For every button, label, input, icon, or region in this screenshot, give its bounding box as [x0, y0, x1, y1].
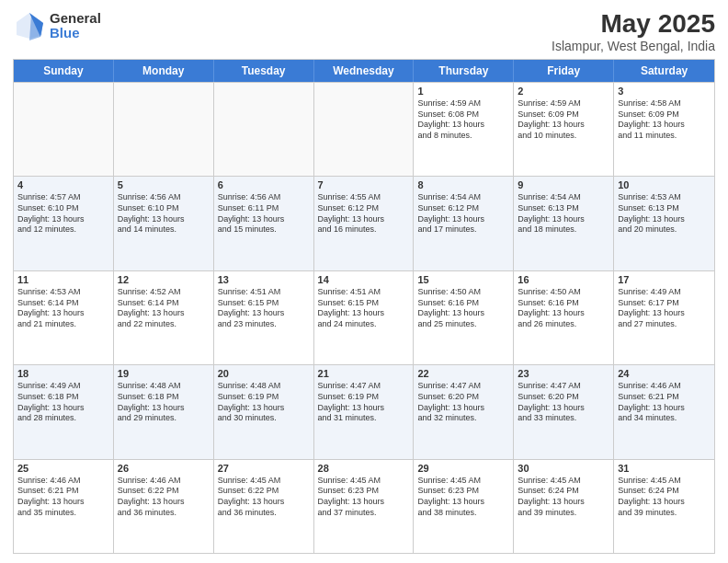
cal-cell-day-8: 8Sunrise: 4:54 AM Sunset: 6:12 PM Daylig… — [414, 177, 514, 270]
cal-cell-day-10: 10Sunrise: 4:53 AM Sunset: 6:13 PM Dayli… — [614, 177, 714, 270]
cal-cell-day-20: 20Sunrise: 4:48 AM Sunset: 6:19 PM Dayli… — [214, 365, 314, 458]
cal-cell-day-28: 28Sunrise: 4:45 AM Sunset: 6:23 PM Dayli… — [314, 460, 415, 553]
day-number: 7 — [318, 179, 410, 190]
day-info: Sunrise: 4:48 AM Sunset: 6:18 PM Dayligh… — [118, 381, 210, 424]
day-number: 1 — [417, 86, 509, 97]
day-info: Sunrise: 4:58 AM Sunset: 6:09 PM Dayligh… — [618, 98, 711, 142]
cal-cell-day-31: 31Sunrise: 4:45 AM Sunset: 6:24 PM Dayli… — [614, 460, 714, 553]
day-number: 19 — [118, 368, 210, 379]
day-number: 21 — [318, 368, 410, 379]
cal-cell-day-17: 17Sunrise: 4:49 AM Sunset: 6:17 PM Dayli… — [614, 271, 714, 364]
day-info: Sunrise: 4:49 AM Sunset: 6:17 PM Dayligh… — [618, 287, 711, 330]
day-number: 18 — [17, 368, 109, 379]
day-number: 30 — [518, 463, 609, 474]
day-info: Sunrise: 4:46 AM Sunset: 6:21 PM Dayligh… — [17, 476, 109, 519]
cal-week-0: 1Sunrise: 4:59 AM Sunset: 6:08 PM Daylig… — [14, 82, 714, 176]
cal-header-friday: Friday — [514, 60, 614, 82]
subtitle: Islampur, West Bengal, India — [552, 39, 715, 53]
logo-blue-text: Blue — [50, 26, 101, 41]
day-info: Sunrise: 4:51 AM Sunset: 6:15 PM Dayligh… — [218, 287, 310, 330]
day-number: 26 — [118, 463, 210, 474]
logo-general-text: General — [50, 11, 101, 27]
day-number: 23 — [518, 368, 609, 379]
day-number: 11 — [17, 274, 109, 285]
cal-cell-day-13: 13Sunrise: 4:51 AM Sunset: 6:15 PM Dayli… — [214, 271, 314, 364]
day-number: 25 — [17, 463, 109, 474]
cal-cell-day-24: 24Sunrise: 4:46 AM Sunset: 6:21 PM Dayli… — [614, 365, 714, 458]
cal-cell-day-18: 18Sunrise: 4:49 AM Sunset: 6:18 PM Dayli… — [14, 365, 114, 458]
cal-cell-day-5: 5Sunrise: 4:56 AM Sunset: 6:10 PM Daylig… — [114, 177, 214, 270]
day-info: Sunrise: 4:47 AM Sunset: 6:19 PM Dayligh… — [318, 381, 410, 424]
cal-cell-day-3: 3Sunrise: 4:58 AM Sunset: 6:09 PM Daylig… — [614, 83, 714, 176]
day-info: Sunrise: 4:47 AM Sunset: 6:20 PM Dayligh… — [518, 381, 609, 424]
day-number: 9 — [518, 179, 609, 190]
cal-week-1: 4Sunrise: 4:57 AM Sunset: 6:10 PM Daylig… — [14, 176, 714, 270]
day-info: Sunrise: 4:45 AM Sunset: 6:23 PM Dayligh… — [417, 476, 509, 519]
day-info: Sunrise: 4:45 AM Sunset: 6:24 PM Dayligh… — [518, 476, 609, 519]
day-number: 4 — [17, 179, 109, 190]
day-info: Sunrise: 4:46 AM Sunset: 6:22 PM Dayligh… — [118, 476, 210, 519]
day-info: Sunrise: 4:45 AM Sunset: 6:22 PM Dayligh… — [218, 476, 310, 519]
calendar: SundayMondayTuesdayWednesdayThursdayFrid… — [13, 59, 715, 554]
day-number: 28 — [318, 463, 410, 474]
cal-cell-day-12: 12Sunrise: 4:52 AM Sunset: 6:14 PM Dayli… — [114, 271, 214, 364]
cal-cell-day-19: 19Sunrise: 4:48 AM Sunset: 6:18 PM Dayli… — [114, 365, 214, 458]
day-info: Sunrise: 4:45 AM Sunset: 6:23 PM Dayligh… — [318, 476, 410, 519]
day-info: Sunrise: 4:59 AM Sunset: 6:09 PM Dayligh… — [518, 98, 609, 142]
cal-header-monday: Monday — [114, 60, 214, 82]
day-number: 20 — [218, 368, 310, 379]
logo: General Blue — [13, 9, 101, 42]
cal-cell-day-16: 16Sunrise: 4:50 AM Sunset: 6:16 PM Dayli… — [514, 271, 614, 364]
cal-cell-day-30: 30Sunrise: 4:45 AM Sunset: 6:24 PM Dayli… — [514, 460, 614, 553]
day-info: Sunrise: 4:52 AM Sunset: 6:14 PM Dayligh… — [118, 287, 210, 330]
calendar-header-row: SundayMondayTuesdayWednesdayThursdayFrid… — [14, 60, 714, 82]
cal-cell-day-26: 26Sunrise: 4:46 AM Sunset: 6:22 PM Dayli… — [114, 460, 214, 553]
day-info: Sunrise: 4:55 AM Sunset: 6:12 PM Dayligh… — [318, 192, 410, 236]
cal-week-2: 11Sunrise: 4:53 AM Sunset: 6:14 PM Dayli… — [14, 270, 714, 364]
day-number: 10 — [618, 179, 711, 190]
cal-cell-day-29: 29Sunrise: 4:45 AM Sunset: 6:23 PM Dayli… — [414, 460, 514, 553]
day-number: 3 — [618, 86, 711, 97]
day-number: 24 — [618, 368, 711, 379]
cal-header-wednesday: Wednesday — [314, 60, 415, 82]
day-number: 6 — [218, 179, 310, 190]
cal-cell-day-14: 14Sunrise: 4:51 AM Sunset: 6:15 PM Dayli… — [314, 271, 415, 364]
day-number: 31 — [618, 463, 711, 474]
cal-cell-empty — [114, 83, 214, 176]
calendar-body: 1Sunrise: 4:59 AM Sunset: 6:08 PM Daylig… — [14, 82, 714, 553]
day-info: Sunrise: 4:47 AM Sunset: 6:20 PM Dayligh… — [417, 381, 509, 424]
cal-cell-day-6: 6Sunrise: 4:56 AM Sunset: 6:11 PM Daylig… — [214, 177, 314, 270]
cal-header-saturday: Saturday — [614, 60, 714, 82]
day-number: 13 — [218, 274, 310, 285]
cal-cell-day-23: 23Sunrise: 4:47 AM Sunset: 6:20 PM Dayli… — [514, 365, 614, 458]
cal-header-thursday: Thursday — [414, 60, 514, 82]
logo-icon — [13, 9, 46, 42]
cal-cell-day-25: 25Sunrise: 4:46 AM Sunset: 6:21 PM Dayli… — [14, 460, 114, 553]
cal-week-4: 25Sunrise: 4:46 AM Sunset: 6:21 PM Dayli… — [14, 459, 714, 553]
day-number: 16 — [518, 274, 609, 285]
day-info: Sunrise: 4:54 AM Sunset: 6:12 PM Dayligh… — [417, 192, 509, 236]
cal-cell-day-27: 27Sunrise: 4:45 AM Sunset: 6:22 PM Dayli… — [214, 460, 314, 553]
day-info: Sunrise: 4:45 AM Sunset: 6:24 PM Dayligh… — [618, 476, 711, 519]
cal-cell-day-21: 21Sunrise: 4:47 AM Sunset: 6:19 PM Dayli… — [314, 365, 415, 458]
cal-week-3: 18Sunrise: 4:49 AM Sunset: 6:18 PM Dayli… — [14, 364, 714, 458]
day-info: Sunrise: 4:48 AM Sunset: 6:19 PM Dayligh… — [218, 381, 310, 424]
cal-cell-day-15: 15Sunrise: 4:50 AM Sunset: 6:16 PM Dayli… — [414, 271, 514, 364]
cal-cell-empty — [214, 83, 314, 176]
day-info: Sunrise: 4:53 AM Sunset: 6:14 PM Dayligh… — [17, 287, 109, 330]
day-number: 14 — [318, 274, 410, 285]
cal-header-tuesday: Tuesday — [214, 60, 314, 82]
page: General Blue May 2025 Islampur, West Ben… — [0, 0, 728, 563]
title-block: May 2025 Islampur, West Bengal, India — [552, 9, 715, 53]
day-number: 17 — [618, 274, 711, 285]
cal-cell-day-4: 4Sunrise: 4:57 AM Sunset: 6:10 PM Daylig… — [14, 177, 114, 270]
day-info: Sunrise: 4:53 AM Sunset: 6:13 PM Dayligh… — [618, 192, 711, 236]
logo-text: General Blue — [50, 11, 101, 41]
day-info: Sunrise: 4:49 AM Sunset: 6:18 PM Dayligh… — [17, 381, 109, 424]
main-title: May 2025 — [552, 9, 715, 39]
cal-cell-day-11: 11Sunrise: 4:53 AM Sunset: 6:14 PM Dayli… — [14, 271, 114, 364]
day-info: Sunrise: 4:56 AM Sunset: 6:11 PM Dayligh… — [218, 192, 310, 236]
day-number: 12 — [118, 274, 210, 285]
header: General Blue May 2025 Islampur, West Ben… — [13, 9, 715, 53]
day-info: Sunrise: 4:51 AM Sunset: 6:15 PM Dayligh… — [318, 287, 410, 330]
